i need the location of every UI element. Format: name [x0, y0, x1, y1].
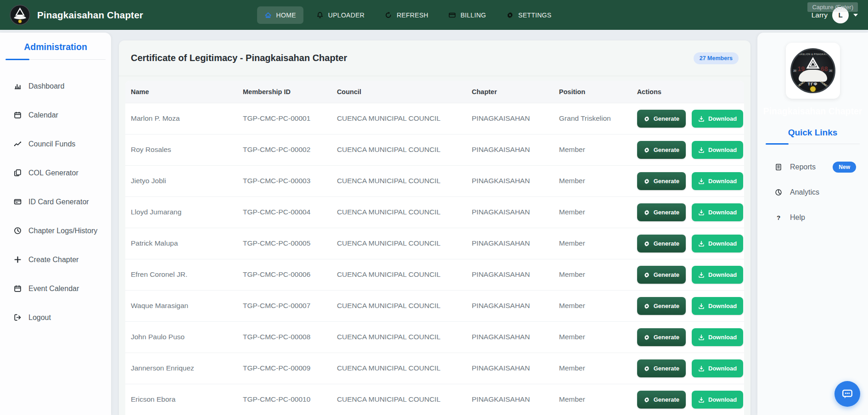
sidebar-item-id-card-generator[interactable]: ID Card Generator [0, 187, 111, 216]
chevron-down-icon[interactable] [853, 14, 858, 17]
table-header-row: NameMembership IDCouncilChapterPositionA… [125, 81, 744, 103]
gear-icon [644, 209, 650, 216]
generate-button[interactable]: Generate [637, 359, 686, 377]
nav-item-refresh[interactable]: REFRESH [377, 6, 436, 24]
download-button-label: Download [708, 334, 737, 341]
chat-button[interactable] [834, 381, 860, 407]
download-button[interactable]: Download [692, 328, 743, 346]
generate-button[interactable]: Generate [637, 110, 686, 128]
download-button-label: Download [708, 209, 737, 216]
quick-link-help[interactable]: ? Help [757, 205, 868, 230]
generate-button-label: Generate [654, 303, 679, 309]
membership-id: TGP-CMC-PC-00002 [237, 134, 331, 165]
sidebar-item-create-chapter[interactable]: Create Chapter [0, 245, 111, 274]
col-card: Certificate of Legitimacy - Pinagkaisaha… [119, 40, 750, 415]
sidebar-item-label: COL Generator [28, 168, 78, 178]
council-name: CUENCA MUNICIPAL COUNCIL [331, 165, 466, 196]
sidebar-item-col-generator[interactable]: COL Generator [0, 158, 111, 187]
clock-icon [14, 227, 22, 235]
download-button[interactable]: Download [692, 297, 743, 315]
generate-button[interactable]: Generate [637, 203, 686, 221]
gear-icon [644, 272, 650, 278]
member-position: Member [554, 165, 632, 196]
download-icon [698, 334, 705, 341]
member-position: Member [554, 134, 632, 165]
member-position: Member [554, 353, 632, 384]
brand-logo-icon [10, 5, 30, 25]
quick-link-label: Reports [790, 163, 816, 171]
council-name: CUENCA MUNICIPAL COUNCIL [331, 134, 466, 165]
generate-button[interactable]: Generate [637, 297, 686, 315]
sidebar-item-council-funds[interactable]: Council Funds [0, 129, 111, 158]
sidebar-item-label: ID Card Generator [28, 197, 89, 207]
table-row: Jannerson Enriquez TGP-CMC-PC-00009 CUEN… [125, 353, 744, 384]
page-title: Certificate of Legitimacy - Pinagkaisaha… [131, 53, 347, 63]
sidebar-item-chapter-logs[interactable]: Chapter Logs/History [0, 216, 111, 245]
dashboard-icon [14, 82, 22, 90]
quick-link-reports[interactable]: Reports New [757, 154, 868, 179]
generate-button[interactable]: Generate [637, 328, 686, 346]
row-actions: Generate Download [632, 321, 744, 353]
gear-icon [506, 11, 514, 19]
sidebar-item-calendar[interactable]: Calendar [0, 101, 111, 129]
download-button-label: Download [708, 115, 737, 122]
generate-button[interactable]: Generate [637, 266, 686, 284]
download-button[interactable]: Download [692, 172, 743, 190]
member-name: Patrick Malupa [125, 228, 237, 259]
sidebar-item-dashboard[interactable]: Dashboard [0, 72, 111, 101]
column-header: Actions [632, 81, 744, 103]
sidebar-item-label: Logout [28, 313, 51, 323]
download-icon [698, 397, 705, 403]
quick-link-analytics[interactable]: Analytics [757, 179, 868, 205]
avatar-initial: L [838, 11, 842, 19]
sidebar-divider [6, 59, 106, 60]
copy-icon [14, 169, 22, 177]
brand-title: Pinagkaisahan Chapter [37, 10, 143, 21]
body-row: Administration Dashboard Calendar [0, 30, 868, 415]
chapter-name: PINAGKAISAHAN [466, 384, 554, 415]
generate-button[interactable]: Generate [637, 391, 686, 409]
user-name: Larry [812, 11, 828, 19]
download-button[interactable]: Download [692, 235, 743, 252]
download-icon [698, 178, 705, 185]
download-button[interactable]: Download [692, 203, 743, 221]
council-name: CUENCA MUNICIPAL COUNCIL [331, 321, 466, 353]
download-button-label: Download [708, 303, 737, 309]
member-position: Grand Triskelion [554, 103, 632, 134]
download-button-label: Download [708, 240, 737, 247]
table-row: Lloyd Jumarang TGP-CMC-PC-00004 CUENCA M… [125, 196, 744, 228]
download-button-label: Download [708, 178, 737, 185]
table-row: Ericson Ebora TGP-CMC-PC-00010 CUENCA MU… [125, 384, 744, 415]
download-button[interactable]: Download [692, 266, 743, 284]
nav-item-home[interactable]: HOME [257, 6, 303, 24]
nav-item-uploader[interactable]: UPLOADER [309, 6, 372, 24]
sidebar-item-logout[interactable]: Logout [0, 303, 111, 332]
download-button[interactable]: Download [692, 141, 743, 159]
download-icon [698, 209, 705, 216]
chat-bubble-icon [840, 387, 854, 401]
sidebar-item-event-calendar[interactable]: Event Calendar [0, 274, 111, 303]
download-button[interactable]: Download [692, 391, 743, 409]
row-actions: Generate Download [632, 290, 744, 321]
table-body: Marlon P. Moza TGP-CMC-PC-00001 CUENCA M… [125, 103, 744, 415]
member-name: Ericson Ebora [125, 384, 237, 415]
download-button[interactable]: Download [692, 359, 743, 377]
nav-item-settings[interactable]: SETTINGS [499, 6, 559, 24]
membership-id: TGP-CMC-PC-00008 [237, 321, 331, 353]
help-icon: ? [775, 214, 782, 221]
sidebar-item-label: Calendar [28, 110, 58, 120]
row-actions: Generate Download [632, 196, 744, 228]
nav-item-billing[interactable]: BILLING [441, 6, 493, 24]
download-button[interactable]: Download [692, 110, 743, 128]
row-actions: Generate Download [632, 384, 744, 415]
gear-icon [644, 241, 650, 247]
emblem-side-right: 20 [828, 69, 833, 73]
table-row: Patrick Malupa TGP-CMC-PC-00005 CUENCA M… [125, 228, 744, 259]
nav-item-label: HOME [276, 11, 296, 19]
top-navbar: Pinagkaisahan Chapter HOME UPLOADER REFR… [0, 0, 868, 30]
generate-button[interactable]: Generate [637, 235, 686, 252]
generate-button[interactable]: Generate [637, 141, 686, 159]
download-icon [698, 365, 705, 372]
membership-id: TGP-CMC-PC-00004 [237, 196, 331, 228]
generate-button[interactable]: Generate [637, 172, 686, 190]
